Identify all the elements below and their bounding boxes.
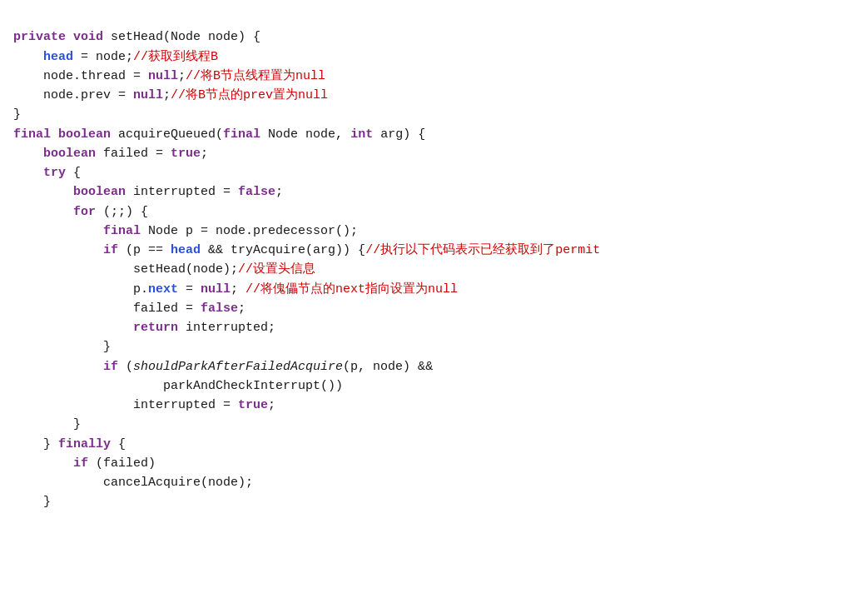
line-14: p.next = null; //将傀儡节点的next指向设置为null <box>13 282 458 297</box>
line-16: return interrupted; <box>13 321 275 335</box>
line-19: parkAndCheckInterrupt()) <box>13 379 343 393</box>
line-13: setHead(node);//设置头信息 <box>13 262 315 277</box>
line-4: node.prev = null;//将B节点的prev置为null <box>13 88 328 102</box>
line-25: } <box>13 495 51 509</box>
line-20: interrupted = true; <box>13 398 275 412</box>
line-8: try { <box>13 166 81 180</box>
line-10: for (;;) { <box>13 205 148 219</box>
code-display: private void setHead(Node node) { head =… <box>13 8 855 512</box>
line-2: head = node;//获取到线程B <box>13 50 218 64</box>
line-12: if (p == head && tryAcquire(arg)) {//执行以… <box>13 243 600 257</box>
line-3: node.thread = null;//将B节点线程置为null <box>13 69 325 83</box>
line-17: } <box>13 340 111 354</box>
line-18: if (shouldParkAfterFailedAcquire(p, node… <box>13 360 433 374</box>
line-6: final boolean acquireQueued(final Node n… <box>13 127 425 142</box>
line-11: final Node p = node.predecessor(); <box>13 224 358 238</box>
line-7: boolean failed = true; <box>13 147 208 161</box>
line-1: private void setHead(Node node) { <box>13 30 260 44</box>
line-5: } <box>13 107 21 122</box>
line-15: failed = false; <box>13 302 246 316</box>
line-22: } finally { <box>13 437 126 451</box>
line-24: cancelAcquire(node); <box>13 476 253 490</box>
line-23: if (failed) <box>13 456 156 471</box>
line-9: boolean interrupted = false; <box>13 185 283 199</box>
line-21: } <box>13 417 81 431</box>
